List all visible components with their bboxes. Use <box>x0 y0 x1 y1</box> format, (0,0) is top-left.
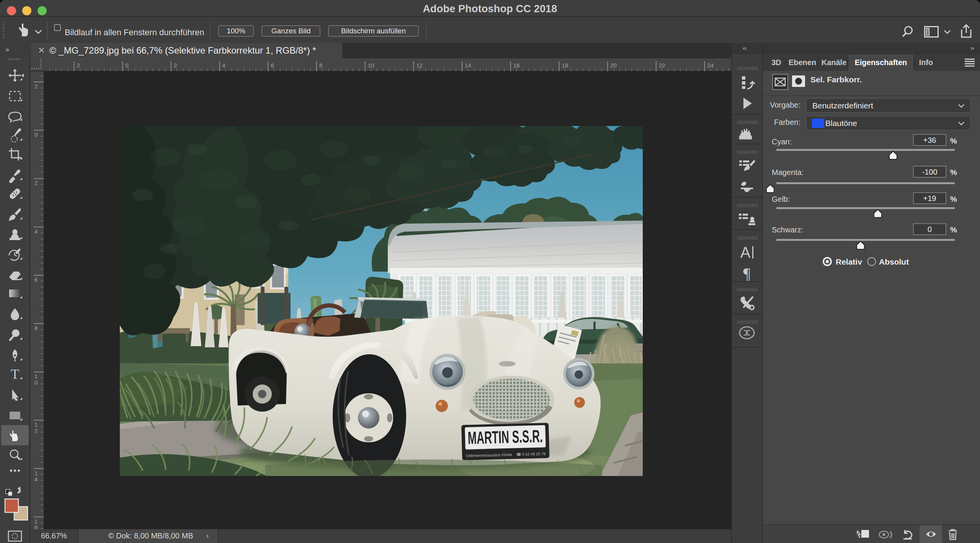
svg-text:1: 1 <box>34 373 38 379</box>
svg-text:12: 12 <box>416 62 423 69</box>
svg-text:6: 6 <box>34 276 38 283</box>
svg-text:18: 18 <box>562 62 568 69</box>
svg-text:8: 8 <box>319 62 322 69</box>
svg-text:T: T <box>11 366 19 382</box>
svg-text:16: 16 <box>513 62 520 69</box>
svg-text:1: 1 <box>34 518 38 525</box>
svg-text:¶: ¶ <box>743 265 750 283</box>
svg-text:A: A <box>740 244 751 261</box>
svg-text:6: 6 <box>271 62 274 69</box>
svg-text:10: 10 <box>368 62 374 69</box>
svg-text:0: 0 <box>34 131 38 138</box>
svg-text:20: 20 <box>610 62 617 69</box>
svg-text:1: 1 <box>34 470 38 476</box>
svg-text:2: 2 <box>77 62 80 69</box>
svg-text:8: 8 <box>34 325 38 331</box>
svg-text:0: 0 <box>34 379 38 386</box>
svg-text:2: 2 <box>34 427 38 434</box>
svg-text:4: 4 <box>34 476 38 482</box>
svg-text:0: 0 <box>125 62 128 69</box>
svg-text:6: 6 <box>34 524 38 529</box>
svg-text:1: 1 <box>34 421 38 428</box>
svg-text:2: 2 <box>34 180 38 186</box>
svg-text:24: 24 <box>707 62 714 69</box>
svg-text:2: 2 <box>174 62 177 69</box>
svg-text:2: 2 <box>34 83 38 90</box>
svg-text:22: 22 <box>659 62 665 69</box>
svg-text:14: 14 <box>465 62 471 69</box>
svg-text:4: 4 <box>222 62 225 69</box>
svg-text:4: 4 <box>34 228 38 235</box>
